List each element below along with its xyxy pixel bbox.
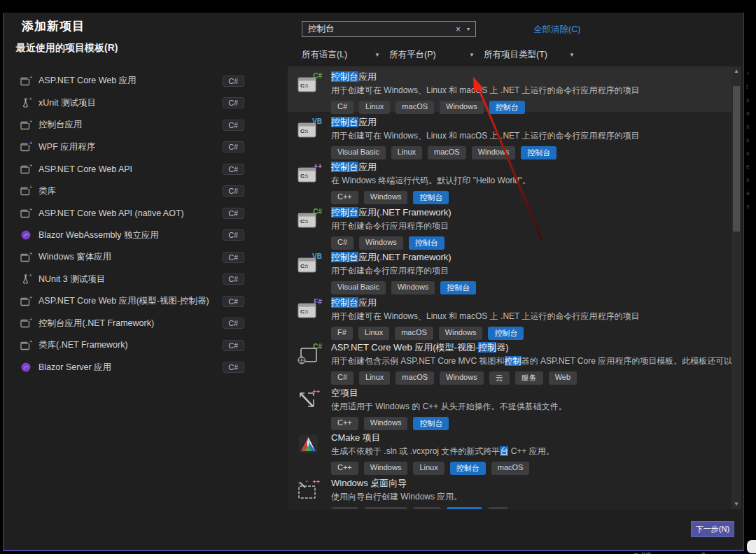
template-tag: 服务 xyxy=(515,371,543,385)
title-highlight: 控制台 xyxy=(331,117,358,127)
sidebar-template-item[interactable]: +ASP.NET Core Web 应用(模型-视图-控制器)C# xyxy=(20,290,244,313)
scroll-up-icon[interactable]: ▲ xyxy=(732,66,741,76)
sidebar-template-item[interactable]: Blazor WebAssembly 独立应用C# xyxy=(20,225,244,247)
template-tags: C++WindowsLinux控制台macOS xyxy=(331,462,554,475)
template-tag: 控制台 xyxy=(450,462,486,475)
template-title: 控制台应用(.NET Framework) xyxy=(331,252,476,262)
template-tag: 控制台 xyxy=(488,327,524,340)
svg-text:+: + xyxy=(29,120,32,124)
template-description: 使用向导自行创建 Windows 应用。 xyxy=(331,491,508,503)
language-badge: C# xyxy=(223,296,244,307)
sidebar-template-item[interactable]: +ASP.NET Core Web APIC# xyxy=(20,158,244,180)
sidebar-template-item[interactable]: +WPF 应用程序C# xyxy=(20,136,244,159)
template-tag: 控制台 xyxy=(413,191,449,204)
sidebar-template-item[interactable]: +ASP.NET Core Web 应用C# xyxy=(20,70,244,92)
search-value: 控制台 xyxy=(308,23,452,35)
clear-all-link[interactable]: 全部清除(C) xyxy=(533,24,580,36)
platform-filter-dropdown[interactable]: 所有平台(P) ▼ xyxy=(389,48,475,62)
desc-text: 使用适用于 Windows 的 C++ 从头开始操作。不提供基础文件。 xyxy=(331,402,567,411)
template-title: 控制台应用 xyxy=(331,71,640,82)
template-title: 控制台应用 xyxy=(331,117,640,127)
template-list-scrollbar[interactable]: ▲ ▼ xyxy=(732,66,741,509)
sidebar-item-label: xUnit 测试项目 xyxy=(38,97,96,109)
svg-text:+: + xyxy=(29,141,32,145)
template-description: 用于创建可在 Windows、Linux 和 macOS 上 .NET 上运行的… xyxy=(331,311,640,322)
sidebar-template-item[interactable]: +控制台应用C# xyxy=(20,114,244,136)
console-icon: + xyxy=(20,318,32,329)
template-tag: macOS xyxy=(395,327,433,340)
clear-search-icon[interactable]: × xyxy=(452,24,464,34)
template-item-body: 控制台应用(.NET Framework)用于创建命令行应用程序的项目Visua… xyxy=(331,252,476,292)
search-dropdown-icon[interactable]: ▾ xyxy=(464,26,472,32)
template-tag: Visual Basic xyxy=(331,146,386,159)
template-result-item[interactable]: C#C:\控制台应用用于创建可在 Windows、Linux 和 macOS 上… xyxy=(288,66,732,112)
sidebar-template-item[interactable]: +类库C# xyxy=(20,180,244,203)
template-tag: C# xyxy=(331,371,354,385)
template-tags: Visual BasicWindows控制台 xyxy=(331,281,476,294)
title-highlight: 控制台 xyxy=(331,297,358,308)
sidebar-template-item[interactable]: +控制台应用(.NET Framework)C# xyxy=(20,313,244,335)
language-filter-dropdown[interactable]: 所有语言(L) ▼ xyxy=(302,48,380,62)
desc-text: 用于创建可在 Windows、Linux 和 macOS 上 .NET 上运行的… xyxy=(331,311,640,321)
template-result-item[interactable]: ++✦✦Windows 桌面向导使用向导自行创建 Windows 应用。C++W… xyxy=(288,473,732,510)
sidebar-template-item[interactable]: +NUnit 3 测试项目C# xyxy=(20,269,244,291)
template-tag: Windows xyxy=(359,236,403,250)
template-tag: Linux xyxy=(359,101,390,114)
console-icon: + xyxy=(20,120,32,131)
blazor-icon xyxy=(20,229,32,241)
template-tag: Windows xyxy=(364,417,408,430)
sidebar-template-item[interactable]: +类库(.NET Framework)C# xyxy=(20,334,244,357)
template-tag: Windows xyxy=(440,371,484,385)
blazor-icon xyxy=(20,362,32,373)
desc-text: C++ 应用。 xyxy=(508,446,554,456)
template-result-item[interactable]: ++空项目使用适用于 Windows 的 C++ 从头开始操作。不提供基础文件。… xyxy=(288,383,732,428)
template-search-input[interactable]: 控制台 × ▾ xyxy=(302,21,476,37)
template-result-item[interactable]: C#C:\控制台应用(.NET Framework)用于创建命令行应用程序的项目… xyxy=(288,202,732,248)
title-highlight: 控制台 xyxy=(331,207,358,218)
svg-text:+: + xyxy=(29,274,32,278)
template-tags: Visual BasicLinuxmacOSWindows控制台 xyxy=(331,146,640,159)
template-item-body: 控制台应用在 Windows 终端运行代码。默认打印 "Hello World"… xyxy=(331,162,531,202)
language-badge: C# xyxy=(223,208,244,219)
project-type-filter-dropdown[interactable]: 所有项目类型(T) ▼ xyxy=(484,48,575,62)
chevron-down-icon: ▼ xyxy=(374,52,380,58)
sidebar-item-label: WPF 应用程序 xyxy=(38,141,95,153)
sidebar-item-label: ASP.NET Core Web API (native AOT) xyxy=(38,208,184,218)
template-tag: 控制台 xyxy=(413,417,449,430)
template-result-item[interactable]: C#ASP.NET Core Web 应用(模型-视图-控制器)用于创建包含示例… xyxy=(288,337,732,383)
template-tag: Linux xyxy=(358,327,389,340)
language-badge: C# xyxy=(223,97,244,108)
template-result-item[interactable]: VBC:\控制台应用用于创建可在 Windows、Linux 和 macOS 上… xyxy=(288,112,732,157)
scrollbar-thumb[interactable] xyxy=(733,86,740,232)
template-tag: C++ xyxy=(331,507,358,510)
template-item-body: ASP.NET Core Web 应用(模型-视图-控制器)用于创建包含示例 A… xyxy=(331,342,726,383)
template-result-item[interactable]: CMake 项目生成不依赖于 .sln 或 .vcxproj 文件的新式跨平台 … xyxy=(288,427,732,473)
template-result-item[interactable]: F#C:\控制台应用用于创建可在 Windows、Linux 和 macOS 上… xyxy=(288,292,732,338)
sidebar-template-item[interactable]: +xUnit 测试项目C# xyxy=(20,92,244,115)
sidebar-template-item[interactable]: Blazor Server 应用C# xyxy=(20,357,244,379)
sidebar-template-item[interactable]: +Windows 窗体应用C# xyxy=(20,246,244,269)
template-tag: F# xyxy=(331,327,353,340)
title-text: 应用(.NET Framework) xyxy=(358,207,451,218)
language-badge: C# xyxy=(223,185,244,197)
mvc-project-icon: C# xyxy=(298,343,323,383)
template-title: Windows 桌面向导 xyxy=(331,478,508,488)
language-badge: C# xyxy=(223,141,244,152)
console-project-icon: C#C:\ xyxy=(298,208,323,248)
svg-text:+: + xyxy=(29,164,32,168)
next-button[interactable]: 下一步(N) xyxy=(691,521,734,537)
sidebar-template-item[interactable]: +ASP.NET Core Web API (native AOT)C# xyxy=(20,202,244,225)
template-tag: Windows xyxy=(364,191,408,204)
desc-highlight: 控制 xyxy=(505,356,522,366)
template-result-item[interactable]: ++C:\控制台应用在 Windows 终端运行代码。默认打印 "Hello W… xyxy=(288,157,732,202)
language-badge: C# xyxy=(223,274,244,285)
console-project-icon: C#C:\ xyxy=(298,72,323,112)
template-description: 用于创建命令行应用程序的项目 xyxy=(331,265,476,277)
scroll-down-icon[interactable]: ▼ xyxy=(732,499,741,509)
template-result-item[interactable]: VBC:\控制台应用(.NET Framework)用于创建命令行应用程序的项目… xyxy=(288,247,732,292)
svg-text:✦: ✦ xyxy=(305,479,308,483)
template-item-body: Windows 桌面向导使用向导自行创建 Windows 应用。C++Windo… xyxy=(331,478,508,510)
winforms-icon: + xyxy=(20,252,32,263)
sidebar-item-label: ASP.NET Core Web 应用 xyxy=(38,75,136,87)
template-tags: C#LinuxmacOSWindows控制台 xyxy=(331,101,640,114)
